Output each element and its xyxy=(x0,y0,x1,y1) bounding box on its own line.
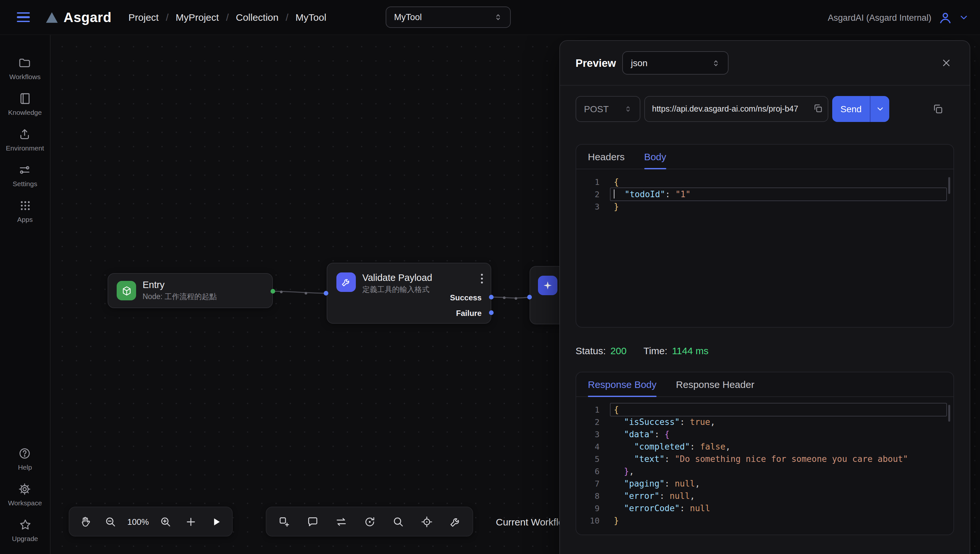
tool-star-icon xyxy=(538,276,557,295)
url-input[interactable] xyxy=(644,96,828,122)
sidebar-item-apps[interactable]: Apps xyxy=(17,199,33,223)
breadcrumb-mytool[interactable]: MyTool xyxy=(296,12,326,23)
breadcrumb-project[interactable]: Project xyxy=(128,12,159,23)
kebab-menu-icon[interactable] xyxy=(478,271,485,286)
sidebar-item-knowledge[interactable]: Knowledge xyxy=(8,92,42,116)
search-icon[interactable] xyxy=(384,507,412,536)
sidebar: Workflows Knowledge Environment Settings… xyxy=(0,35,51,554)
sidebar-item-upgrade[interactable]: Upgrade xyxy=(12,518,38,542)
tab-response-header[interactable]: Response Header xyxy=(676,372,754,396)
response-status-row: Status: 200 Time: 1144 ms xyxy=(576,345,954,356)
port-label-success: Success xyxy=(450,293,482,302)
editor-scrollbar[interactable] xyxy=(948,405,950,421)
time-label: Time: xyxy=(643,345,667,356)
breadcrumb-myproject[interactable]: MyProject xyxy=(176,12,219,23)
tab-response-body[interactable]: Response Body xyxy=(588,372,657,396)
app-root: Asgard Project / MyProject / Collection … xyxy=(0,0,980,554)
tab-body[interactable]: Body xyxy=(644,145,666,169)
request-bar: POST Send xyxy=(576,96,954,122)
preview-panel: Preview json POST xyxy=(559,40,970,554)
zoom-level: 100% xyxy=(123,517,153,527)
chevron-updown-icon xyxy=(712,59,721,67)
editor-scrollbar[interactable] xyxy=(948,177,950,194)
node-title: Validate Payload xyxy=(362,273,432,283)
preview-panel-header: Preview json xyxy=(560,41,970,86)
fit-view-icon[interactable] xyxy=(412,507,441,536)
send-button-group: Send xyxy=(832,96,889,122)
response-tabs: Response Body Response Header xyxy=(576,372,953,397)
node-subtitle: Node: 工作流程的起點 xyxy=(143,292,217,302)
folder-icon xyxy=(19,56,32,69)
port-label-failure: Failure xyxy=(456,309,482,318)
help-circle-icon xyxy=(19,447,32,460)
chevron-updown-icon xyxy=(624,105,632,113)
star-icon xyxy=(19,518,32,531)
status-value: 200 xyxy=(610,345,627,356)
node-entry[interactable]: Entry Node: 工作流程的起點 xyxy=(108,273,273,308)
run-play-icon[interactable] xyxy=(204,507,229,536)
request-body-editor[interactable]: 1{2 "todoId": "1"3} xyxy=(576,169,953,327)
user-icon xyxy=(938,10,953,25)
response-body-editor[interactable]: 1{2 "isSuccess": true,3 "data": {4 "comp… xyxy=(576,397,953,535)
sidebar-item-help[interactable]: Help xyxy=(18,447,32,471)
pan-hand-icon[interactable] xyxy=(73,507,98,536)
add-node-icon[interactable] xyxy=(270,507,298,536)
canvas-zoom-toolbar: 100% xyxy=(69,507,233,536)
tool-select[interactable]: MyTool xyxy=(386,6,511,28)
sidebar-item-workspace[interactable]: Workspace xyxy=(8,483,42,507)
sidebar-item-workflows[interactable]: Workflows xyxy=(10,56,40,80)
response-section: Response Body Response Header 1{2 "isSuc… xyxy=(576,372,954,535)
account-menu[interactable]: AsgardAI (Asgard Internal) xyxy=(828,0,968,35)
breadcrumb: Project / MyProject / Collection / MyToo… xyxy=(128,12,326,23)
menu-icon[interactable] xyxy=(14,10,32,25)
sidebar-item-settings[interactable]: Settings xyxy=(13,163,37,187)
request-tabs: Headers Body xyxy=(576,145,953,169)
app-logo: Asgard xyxy=(45,10,111,25)
node-validate-payload[interactable]: Validate Payload 定義工具的輸入格式 Success Failu… xyxy=(327,263,491,324)
swap-horizontal-icon[interactable] xyxy=(327,507,355,536)
sidebar-item-environment[interactable]: Environment xyxy=(6,128,44,152)
copy-url-icon[interactable] xyxy=(813,103,823,113)
canvas-tools-toolbar xyxy=(266,507,473,536)
panel-title: Preview xyxy=(576,57,616,69)
node-title: Entry xyxy=(143,279,217,290)
upload-icon xyxy=(19,128,32,141)
tools-wrench-icon[interactable] xyxy=(441,507,469,536)
time-value: 1144 ms xyxy=(672,345,708,356)
logo-text: Asgard xyxy=(64,10,111,25)
request-body-section: Headers Body 1{2 "todoId": "1"3} xyxy=(576,144,954,327)
zoom-out-icon[interactable] xyxy=(98,507,123,536)
topbar: Asgard Project / MyProject / Collection … xyxy=(0,0,980,35)
grid-dots-icon xyxy=(19,199,32,212)
wrench-icon xyxy=(336,273,356,292)
chevron-down-icon xyxy=(959,13,968,22)
sliders-icon xyxy=(19,163,32,176)
account-label: AsgardAI (Asgard Internal) xyxy=(828,13,931,22)
format-select[interactable]: json xyxy=(622,51,729,75)
gear-icon xyxy=(19,483,32,496)
method-select[interactable]: POST xyxy=(576,96,640,122)
zoom-in-icon[interactable] xyxy=(153,507,178,536)
comment-icon[interactable] xyxy=(298,507,327,536)
send-button[interactable]: Send xyxy=(832,96,870,122)
copy-request-icon[interactable] xyxy=(929,101,946,117)
auto-layout-icon[interactable] xyxy=(355,507,384,536)
node-subtitle: 定義工具的輸入格式 xyxy=(362,285,432,295)
chevron-updown-icon xyxy=(494,13,502,21)
close-icon[interactable] xyxy=(939,55,954,71)
send-options-chevron-icon[interactable] xyxy=(870,96,889,122)
breadcrumb-collection[interactable]: Collection xyxy=(236,12,279,23)
logo-triangle-icon xyxy=(45,11,58,23)
tab-headers[interactable]: Headers xyxy=(588,145,625,169)
add-icon[interactable] xyxy=(178,507,204,536)
status-label: Status: xyxy=(576,345,606,356)
book-icon xyxy=(19,92,32,105)
entry-cube-icon xyxy=(117,281,136,300)
